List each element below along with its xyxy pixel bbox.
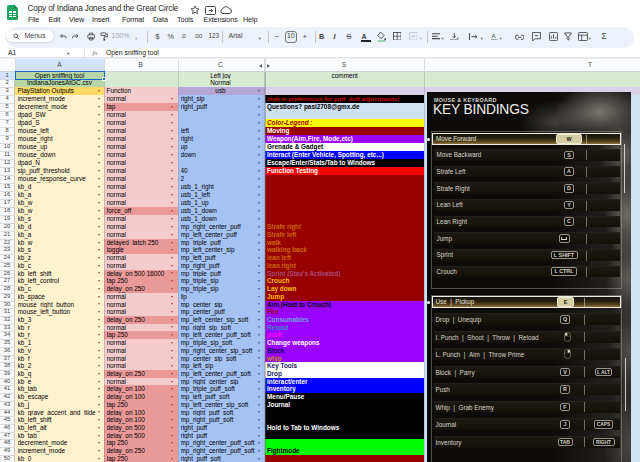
svg-text:A: A	[491, 33, 496, 39]
